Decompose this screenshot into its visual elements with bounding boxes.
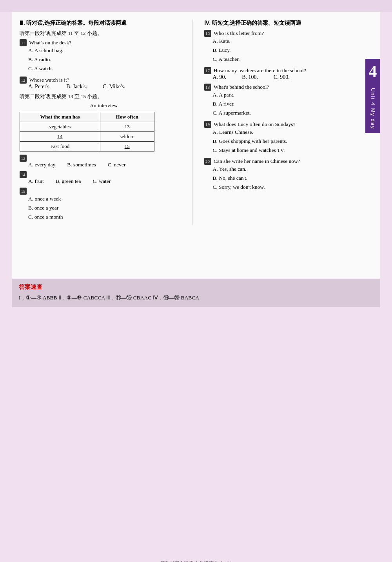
main-content: Ⅲ. 听对话,选择正确的答案。每段对话读两遍 听第一段对话,完成第 11 至 1…	[12, 12, 380, 279]
q17-option-c: C. 900.	[274, 74, 290, 80]
q19-option-a: A. Learns Chinese.	[213, 128, 373, 137]
q16-number: 16	[204, 30, 211, 37]
q19-number: 19	[204, 121, 211, 128]
q18-option-b: B. A river.	[213, 100, 373, 109]
q16-option-a: A. Kate.	[213, 37, 373, 46]
q18-option-c: C. A supermarket.	[213, 109, 373, 118]
q20-number: 20	[204, 158, 211, 165]
q18-option-a: A. A park.	[213, 91, 373, 100]
q17-options: A. 90. B. 100. C. 900.	[213, 74, 373, 80]
q11-option-c: C. A watch.	[28, 64, 188, 73]
answer-14: 14	[54, 133, 65, 139]
q14-option-b: B. green tea	[56, 178, 81, 184]
question-18: 18 What's behind the school? A. A park. …	[204, 84, 373, 118]
table-r3c2: 15	[100, 141, 154, 151]
question-11: 11 What's on the desk? A. A school bag. …	[20, 39, 188, 73]
right-column: Ⅳ. 听短文,选择正确的答案。短文读两遍 16 Who is this lett…	[200, 20, 373, 225]
question-16: 16 Who is this letter from? A. Kate. B. …	[204, 30, 373, 64]
q20-option-a: A. Yes, she can.	[213, 165, 373, 174]
table-header1: What the man has	[20, 112, 100, 122]
left-column: Ⅲ. 听对话,选择正确的答案。每段对话读两遍 听第一段对话,完成第 11 至 1…	[20, 20, 192, 225]
interview-title: An interview	[20, 102, 188, 109]
q20-option-b: B. No, she can't.	[213, 174, 373, 183]
question-19: 19 What does Lucy often do on Sundays? A…	[204, 121, 373, 155]
interview-table: What the man has How often vegetables 13…	[20, 112, 154, 151]
q17-number: 17	[204, 67, 211, 74]
q16-option-b: B. Lucy.	[213, 46, 373, 55]
section3-sub1: 听第一段对话,完成第 11 至 12 小题。	[20, 30, 188, 37]
table-row-3: Fast food 15	[20, 141, 154, 151]
question-20: 20 Can she write her name in Chinese now…	[204, 158, 373, 192]
question-17: 17 How many teachers are there in the sc…	[204, 67, 373, 80]
answer-13: 13	[122, 124, 133, 130]
q17-option-a: A. 90.	[213, 74, 227, 80]
q12-option-b: B. Jack's.	[66, 84, 87, 90]
q13-option-a: A. every day	[28, 162, 55, 168]
question-13: 13 A. every day B. sometimes C. never	[20, 155, 188, 168]
answers-section: 答案速查 I．①—④ ABBB Ⅱ．⑤—⑩ CABCCA Ⅲ．⑪—⑮ CBAAC…	[12, 279, 380, 307]
answer-15: 15	[122, 143, 133, 149]
unit-label: Unit 4 My day	[370, 84, 376, 133]
table-row-1: vegetables 13	[20, 122, 154, 131]
question-12: 12 Whose watch is it? A. Peter's. B. Jac…	[20, 77, 188, 90]
q12-options: A. Peter's. B. Jack's. C. Mike's.	[28, 84, 188, 90]
table-header2: How often	[100, 112, 154, 122]
q14-number: 14	[20, 171, 27, 178]
table-r2c2: seldom	[100, 131, 154, 141]
q20-option-c: C. Sorry, we don't know.	[213, 183, 373, 192]
q14-option-a: A. fruit	[28, 178, 44, 184]
question-14: 14 A. fruit B. green tea C. water	[20, 171, 188, 184]
q11-option-b: B. A radio.	[28, 55, 188, 64]
q19-option-c: C. Stays at home and watches TV.	[213, 146, 373, 155]
table-r3c1: Fast food	[20, 141, 100, 151]
answers-title: 答案速查	[19, 283, 373, 291]
q17-option-b: B. 100.	[242, 74, 258, 80]
q12-option-a: A. Peter's.	[28, 84, 51, 90]
answers-text: I．①—④ ABBB Ⅱ．⑤—⑩ CABCCA Ⅲ．⑪—⑮ CBAAC Ⅳ．⑯—…	[19, 293, 373, 303]
q12-option-c: C. Mike's.	[103, 84, 125, 90]
question-15: 15 A. once a week B. once a year C. once…	[20, 188, 188, 222]
footer-text: 新教材完全解读 七年级英语·上 121	[0, 560, 392, 562]
q14-option-c: C. water	[93, 178, 111, 184]
q18-text: What's behind the school?	[214, 84, 269, 90]
q13-number: 13	[20, 155, 27, 162]
unit-number: 4	[365, 59, 380, 84]
q15-option-a1: A. once a week	[28, 195, 188, 204]
table-row-2: 14 seldom	[20, 131, 154, 141]
q15-option-a3: C. once a month	[28, 213, 188, 222]
q20-text: Can she write her name in Chinese now?	[214, 158, 300, 164]
q18-number: 18	[204, 84, 211, 91]
q16-text: Who is this letter from?	[214, 30, 264, 36]
side-tab: 4 Unit 4 My day	[365, 59, 380, 133]
section4-title: Ⅳ. 听短文,选择正确的答案。短文读两遍	[204, 20, 373, 27]
section3-title: Ⅲ. 听对话,选择正确的答案。每段对话读两遍	[20, 20, 188, 27]
q11-option-a: A. A school bag.	[28, 46, 188, 55]
table-r2c1: 14	[20, 131, 100, 141]
section3-sub2: 听第二段对话,完成第 13 至 15 小题。	[20, 93, 188, 100]
table-r1c2: 13	[100, 122, 154, 131]
q11-text: What's on the desk?	[29, 40, 72, 46]
q16-option-c: C. A teacher.	[213, 55, 373, 64]
page-container: Ⅲ. 听对话,选择正确的答案。每段对话读两遍 听第一段对话,完成第 11 至 1…	[0, 12, 392, 562]
q15-option-a2: B. once a year	[28, 204, 188, 213]
two-column-layout: Ⅲ. 听对话,选择正确的答案。每段对话读两遍 听第一段对话,完成第 11 至 1…	[20, 20, 372, 225]
q12-number: 12	[20, 77, 27, 84]
q12-text: Whose watch is it?	[29, 77, 69, 83]
q11-number: 11	[20, 39, 27, 46]
q13-options: A. every day B. sometimes C. never	[28, 162, 188, 168]
q13-option-c: C. never	[108, 162, 126, 168]
q19-option-b: B. Goes shopping with her parents.	[213, 137, 373, 146]
table-r1c1: vegetables	[20, 122, 100, 131]
q14-options: A. fruit B. green tea C. water	[28, 178, 188, 184]
q15-number: 15	[20, 188, 27, 195]
q13-option-b: B. sometimes	[67, 162, 96, 168]
q17-text: How many teachers are there in the schoo…	[214, 68, 306, 73]
q19-text: What does Lucy often do on Sundays?	[214, 121, 295, 127]
